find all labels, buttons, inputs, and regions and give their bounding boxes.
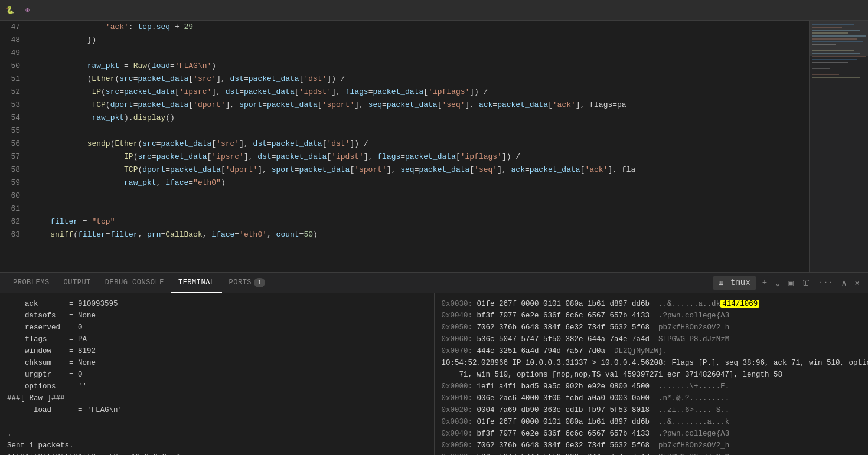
code-container: 4748495051525354555657585960616263 'ack'… bbox=[0, 21, 809, 272]
panel-tabs: PROBLEMS OUTPUT DEBUG CONSOLE TERMINAL P… bbox=[0, 273, 868, 293]
terminal-hex-line: 0x0060: 536c 5047 5747 5f50 382e 644a 7a… bbox=[442, 333, 862, 345]
terminal-line: . bbox=[7, 428, 427, 440]
line-number: 48 bbox=[6, 34, 20, 47]
terminal-hex-line: 0x0050: 7062 376b 6648 384f 6e32 734f 56… bbox=[442, 440, 862, 451]
editor-area: 4748495051525354555657585960616263 'ack'… bbox=[0, 21, 868, 272]
file-icon: 🐍 bbox=[6, 6, 15, 15]
line-number: 53 bbox=[6, 99, 20, 112]
terminal-line: Sent 1 packets. bbox=[7, 440, 427, 451]
line-number: 61 bbox=[6, 202, 20, 215]
terminal-line: ack = 910093595 bbox=[7, 298, 427, 310]
close-panel-icon[interactable]: ✕ bbox=[853, 277, 862, 289]
terminal-line: flags = PA bbox=[7, 333, 427, 345]
line-number: 50 bbox=[6, 60, 20, 73]
terminal-flow-line-2: 71, win 510, options [nop,nop,TS val 459… bbox=[442, 369, 862, 381]
svg-rect-15 bbox=[812, 77, 860, 78]
terminal-line: window = 8192 bbox=[7, 345, 427, 357]
svg-rect-6 bbox=[812, 41, 863, 42]
code-line: filter = "tcp" bbox=[32, 215, 809, 228]
terminal-hex-line: 0x0050: 7062 376b 6648 384f 6e32 734f 56… bbox=[442, 322, 862, 333]
svg-rect-12 bbox=[812, 62, 848, 63]
split-icon[interactable]: ⌄ bbox=[773, 277, 782, 289]
svg-rect-3 bbox=[812, 32, 848, 34]
svg-rect-2 bbox=[812, 30, 860, 31]
line-number: 49 bbox=[6, 47, 20, 60]
terminal-hex-line: 0x0000: 1ef1 a4f1 bad5 9a5c 902b e92e 08… bbox=[442, 381, 862, 392]
add-terminal-icon[interactable]: + bbox=[760, 277, 769, 289]
code-line: raw_pkt, iface="eth0") bbox=[32, 176, 809, 189]
code-line: 'ack': tcp.seq + 29 bbox=[32, 21, 809, 34]
tab-problems[interactable]: PROBLEMS bbox=[6, 273, 57, 293]
tab-output[interactable]: OUTPUT bbox=[57, 273, 98, 293]
line-number: 57 bbox=[6, 150, 20, 163]
code-lines[interactable]: 'ack': tcp.seq + 29 }) raw_pkt = Raw(loa… bbox=[30, 21, 809, 272]
svg-rect-0 bbox=[812, 24, 854, 25]
code-line: sniff(filter=filter, prn=CallBack, iface… bbox=[32, 228, 809, 241]
svg-rect-11 bbox=[812, 59, 857, 60]
terminal-hex-line: 0x0030: 01fe 267f 0000 0101 080a 1b61 d8… bbox=[442, 298, 862, 310]
panel-area: PROBLEMS OUTPUT DEBUG CONSOLE TERMINAL P… bbox=[0, 272, 868, 455]
svg-rect-5 bbox=[812, 38, 857, 40]
ports-label: PORTS bbox=[229, 279, 252, 287]
terminal-hex-line: 0x0020: 0004 7a69 db90 363e ed1b fb97 5f… bbox=[442, 404, 862, 416]
more-icon[interactable]: ··· bbox=[816, 277, 836, 289]
terminal-line: load = 'FLAG\n' bbox=[7, 404, 427, 416]
ports-badge: 1 bbox=[254, 278, 265, 287]
line-number: 51 bbox=[6, 73, 20, 86]
code-line: raw_pkt = Raw(load='FLAG\n') bbox=[32, 60, 809, 73]
terminal-left[interactable]: ack = 910093595 dataofs = None reserved … bbox=[0, 293, 435, 455]
line-number: 59 bbox=[6, 176, 20, 189]
terminal-line: options = '' bbox=[7, 381, 427, 392]
terminal-hex-line: 0x0030: 01fe 267f 0000 0101 080a 1b61 d8… bbox=[442, 416, 862, 428]
line-number: 52 bbox=[6, 86, 20, 99]
line-number: 58 bbox=[6, 163, 20, 176]
tmux-label: ⊞ tmux bbox=[713, 276, 756, 290]
svg-rect-13 bbox=[812, 68, 830, 69]
svg-rect-10 bbox=[812, 56, 866, 57]
terminal-line: ^[[B^[[B^[[B^[[B^[[Broot@in-10-0-0-2:~# bbox=[7, 451, 427, 455]
line-numbers: 4748495051525354555657585960616263 bbox=[0, 21, 30, 272]
svg-rect-7 bbox=[812, 44, 836, 45]
maximize-icon[interactable]: ∧ bbox=[839, 277, 849, 289]
scroll-position: 414/1069 bbox=[720, 300, 759, 308]
terminal-hex-line: 0x0040: bf3f 7077 6e2e 636f 6c6c 6567 65… bbox=[442, 428, 862, 440]
tab-ports[interactable]: PORTS 1 bbox=[222, 273, 273, 293]
code-line: }) bbox=[32, 34, 809, 47]
line-number: 60 bbox=[6, 189, 20, 202]
line-number: 56 bbox=[6, 138, 20, 150]
line-number: 55 bbox=[6, 125, 20, 138]
terminal-line: dataofs = None bbox=[7, 310, 427, 322]
terminal-flow-line: 10:54:52.028966 IP 10.0.0.3.31337 > 10.0… bbox=[442, 357, 862, 369]
code-line bbox=[32, 47, 809, 60]
terminal-hex-line: 0x0060: 536c 5047 5747 5f50 382e 644a 7a… bbox=[442, 451, 862, 455]
terminal-hex-line: 0x0010: 006e 2ac6 4000 3f06 fcbd a0a0 00… bbox=[442, 392, 862, 404]
tab-terminal[interactable]: TERMINAL bbox=[171, 273, 222, 293]
code-line: TCP(dport=packet_data['dport'], sport=pa… bbox=[32, 163, 809, 176]
line-number: 54 bbox=[6, 112, 20, 125]
layout-icon[interactable]: ▣ bbox=[786, 277, 795, 289]
terminal-hex-line: 0x0040: bf3f 7077 6e2e 636f 6c6c 6567 65… bbox=[442, 310, 862, 322]
terminal-line bbox=[7, 416, 427, 428]
trash-icon[interactable]: 🗑 bbox=[800, 277, 812, 289]
code-line bbox=[32, 125, 809, 138]
code-line: (Ether(src=packet_data['src'], dst=packe… bbox=[32, 73, 809, 86]
terminal-line: chksum = None bbox=[7, 357, 427, 369]
terminal-right[interactable]: 0x0030: 01fe 267f 0000 0101 080a 1b61 d8… bbox=[435, 293, 869, 455]
function-icon: ⊙ bbox=[25, 6, 30, 15]
line-number: 47 bbox=[6, 21, 20, 34]
code-line: sendp(Ether(src=packet_data['src'], dst=… bbox=[32, 138, 809, 150]
svg-rect-1 bbox=[812, 27, 842, 28]
code-line: IP(src=packet_data['ipsrc'], dst=packet_… bbox=[32, 86, 809, 99]
code-line: TCP(dport=packet_data['dport'], sport=pa… bbox=[32, 99, 809, 112]
title-bar: 🐍 ⊙ bbox=[0, 0, 868, 21]
terminal-content: ack = 910093595 dataofs = None reserved … bbox=[0, 293, 868, 455]
svg-rect-9 bbox=[812, 53, 860, 54]
minimap-canvas bbox=[810, 21, 868, 272]
svg-rect-14 bbox=[812, 74, 839, 75]
terminal-hex-line: 0x0070: 444c 3251 6a4d 794d 7a57 7d0a DL… bbox=[442, 345, 862, 357]
line-number: 63 bbox=[6, 228, 20, 241]
tab-debug-console[interactable]: DEBUG CONSOLE bbox=[98, 273, 171, 293]
panel-controls: ⊞ tmux + ⌄ ▣ 🗑 ··· ∧ ✕ bbox=[713, 276, 862, 290]
code-line: raw_pkt).display() bbox=[32, 112, 809, 125]
tmux-text: tmux bbox=[728, 277, 753, 289]
